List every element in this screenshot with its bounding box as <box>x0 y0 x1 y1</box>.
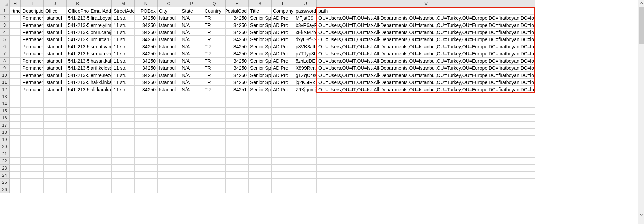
cell-N22[interactable] <box>135 157 157 164</box>
cell-U24[interactable] <box>294 172 317 179</box>
cell-K8[interactable]: 541-213-5 <box>66 57 89 64</box>
cell-L3[interactable]: emre.yilm <box>89 21 112 29</box>
cell-S22[interactable] <box>248 157 271 164</box>
cell-I2[interactable]: Permanen <box>21 14 43 21</box>
cell-S14[interactable] <box>248 100 271 107</box>
row-header-18[interactable]: 18 <box>0 129 10 136</box>
cell-T19[interactable] <box>271 136 294 143</box>
cell-M18[interactable] <box>112 129 135 136</box>
cell-K22[interactable] <box>66 157 89 164</box>
vertical-scrollbar[interactable] <box>638 0 644 218</box>
cell-Q10[interactable]: TR <box>203 71 226 79</box>
cell-J21[interactable] <box>43 150 66 157</box>
cell-U1[interactable]: password <box>294 7 317 14</box>
cell-S17[interactable] <box>248 122 271 129</box>
cell-Q3[interactable]: TR <box>203 21 226 29</box>
cell-I11[interactable]: Permanen <box>21 79 43 86</box>
cell-T15[interactable] <box>271 107 294 114</box>
cell-P14[interactable] <box>180 100 203 107</box>
column-header-H[interactable]: H <box>10 0 21 7</box>
cell-M10[interactable]: 11 str. <box>112 71 135 79</box>
cell-K12[interactable]: 541-213-5 <box>66 86 89 93</box>
cell-O10[interactable]: Istanbul <box>157 71 180 79</box>
cell-O7[interactable]: Istanbul <box>157 50 180 57</box>
cell-T24[interactable] <box>271 172 294 179</box>
cell-O12[interactable]: Istanbul <box>157 86 180 93</box>
cell-J10[interactable]: Istanbul <box>43 71 66 79</box>
cell-Q26[interactable] <box>203 186 226 193</box>
spreadsheet-grid[interactable]: HIJKLMNOPQRSTUV1rtmerDescriptioOfficeOff… <box>0 0 644 193</box>
cell-R1[interactable]: PostalCod <box>226 7 248 14</box>
cell-I21[interactable] <box>21 150 43 157</box>
cell-M25[interactable] <box>112 179 135 186</box>
cell-P25[interactable] <box>180 179 203 186</box>
cell-V10[interactable]: OU=Users,OU=IT,OU=Ist-All-Departments,OU… <box>317 71 535 79</box>
cell-O17[interactable] <box>157 122 180 129</box>
cell-P3[interactable]: N/A <box>180 21 203 29</box>
cell-V4[interactable]: OU=Users,OU=IT,OU=Ist-All-Departments,OU… <box>317 29 535 36</box>
cell-S19[interactable] <box>248 136 271 143</box>
cell-U9[interactable]: X899RtmZ <box>294 64 317 71</box>
cell-R13[interactable] <box>226 93 248 100</box>
cell-U20[interactable] <box>294 143 317 150</box>
cell-M7[interactable]: 11 str. <box>112 50 135 57</box>
cell-Q12[interactable]: TR <box>203 86 226 93</box>
cell-I19[interactable] <box>21 136 43 143</box>
column-header-Q[interactable]: Q <box>203 0 226 7</box>
cell-T13[interactable] <box>271 93 294 100</box>
cell-I1[interactable]: Descriptio <box>21 7 43 14</box>
cell-N3[interactable]: 34250 <box>135 21 157 29</box>
row-header-22[interactable]: 22 <box>0 157 10 164</box>
cell-L15[interactable] <box>89 107 112 114</box>
cell-O1[interactable]: City <box>157 7 180 14</box>
cell-H24[interactable] <box>10 172 21 179</box>
cell-V11[interactable]: OU=Users,OU=IT,OU=Ist-All-Departments,OU… <box>317 79 535 86</box>
cell-U17[interactable] <box>294 122 317 129</box>
cell-O25[interactable] <box>157 179 180 186</box>
cell-R5[interactable]: 34250 <box>226 36 248 43</box>
cell-N20[interactable] <box>135 143 157 150</box>
cell-N7[interactable]: 34250 <box>135 50 157 57</box>
cell-L16[interactable] <box>89 114 112 122</box>
cell-H5[interactable] <box>10 36 21 43</box>
cell-N10[interactable]: 34250 <box>135 71 157 79</box>
cell-L25[interactable] <box>89 179 112 186</box>
cell-M6[interactable]: 11 str. <box>112 43 135 50</box>
cell-T12[interactable]: AD Pro <box>271 86 294 93</box>
row-header-21[interactable]: 21 <box>0 150 10 157</box>
cell-N12[interactable]: 34250 <box>135 86 157 93</box>
cell-I25[interactable] <box>21 179 43 186</box>
cell-Q7[interactable]: TR <box>203 50 226 57</box>
row-header-2[interactable]: 2 <box>0 14 10 21</box>
cell-U21[interactable] <box>294 150 317 157</box>
cell-T10[interactable]: AD Pro <box>271 71 294 79</box>
cell-N11[interactable]: 34250 <box>135 79 157 86</box>
cell-U13[interactable] <box>294 93 317 100</box>
cell-P19[interactable] <box>180 136 203 143</box>
cell-V23[interactable] <box>317 164 535 172</box>
column-header-K[interactable]: K <box>66 0 89 7</box>
cell-H12[interactable] <box>10 86 21 93</box>
cell-Q24[interactable] <box>203 172 226 179</box>
cell-K14[interactable] <box>66 100 89 107</box>
cell-U19[interactable] <box>294 136 317 143</box>
cell-U14[interactable] <box>294 100 317 107</box>
cell-N23[interactable] <box>135 164 157 172</box>
cell-N15[interactable] <box>135 107 157 114</box>
cell-L6[interactable]: sedat.varc <box>89 43 112 50</box>
cell-H22[interactable] <box>10 157 21 164</box>
cell-I20[interactable] <box>21 143 43 150</box>
cell-O6[interactable]: Istanbul <box>157 43 180 50</box>
cell-N26[interactable] <box>135 186 157 193</box>
cell-H15[interactable] <box>10 107 21 114</box>
cell-N16[interactable] <box>135 114 157 122</box>
cell-H8[interactable] <box>10 57 21 64</box>
cell-R2[interactable]: 34250 <box>226 14 248 21</box>
cell-K16[interactable] <box>66 114 89 122</box>
row-header-14[interactable]: 14 <box>0 100 10 107</box>
cell-U8[interactable]: 5zhLdDE3 <box>294 57 317 64</box>
cell-Q2[interactable]: TR <box>203 14 226 21</box>
column-header-R[interactable]: R <box>226 0 248 7</box>
cell-P6[interactable]: N/A <box>180 43 203 50</box>
cell-S5[interactable]: Senior Spe <box>248 36 271 43</box>
